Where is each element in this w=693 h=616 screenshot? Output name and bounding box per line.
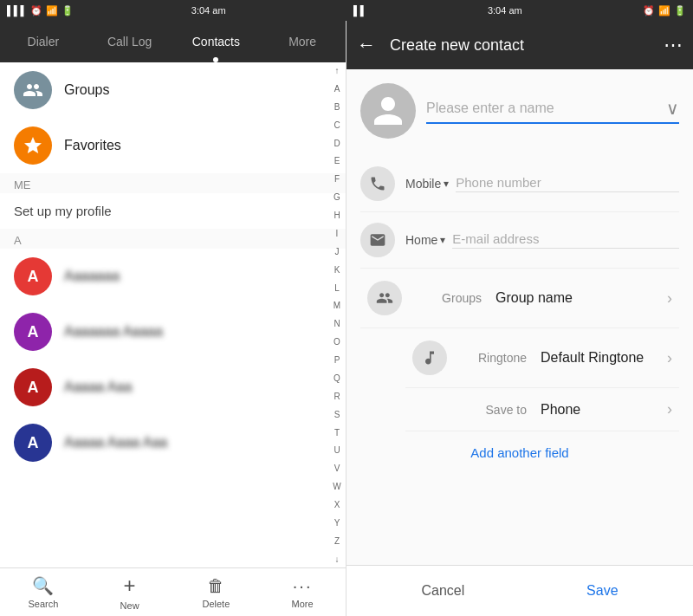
ringtone-chevron: ›: [667, 349, 672, 367]
email-field-content: Home ▾: [405, 231, 679, 249]
delete-icon: 🗑: [207, 576, 224, 596]
status-bar-right: ▌▌ 3:04 am ⏰ 📶 🔋: [346, 0, 693, 21]
bottom-delete-btn[interactable]: 🗑 Delete: [173, 568, 260, 616]
expand-name-icon[interactable]: ∨: [666, 98, 679, 119]
tab-contacts[interactable]: Contacts: [173, 21, 260, 62]
contact-name-3: Aaaaa Aaa: [64, 379, 132, 395]
groups-form-icon: [367, 281, 402, 315]
save-to-value: Phone: [541, 402, 667, 418]
add-field-button[interactable]: Add another field: [360, 431, 679, 474]
me-section-header: ME: [0, 173, 346, 193]
phone-field-content: Mobile ▾: [405, 175, 679, 192]
bottom-more-btn[interactable]: ··· More: [259, 568, 346, 616]
contact-form: ∨ Mobile ▾: [346, 69, 693, 565]
contact-name-1: Aaaaaaa: [64, 269, 120, 284]
setup-profile-item[interactable]: Set up my profile: [0, 193, 346, 229]
contact-avatar-2: A: [14, 313, 52, 351]
list-item[interactable]: A Aaaaa Aaaa Aaa: [0, 415, 346, 470]
time-left: 3:04 am: [77, 5, 340, 16]
bottom-navigation: 🔍 Search + New 🗑 Delete ··· More: [0, 567, 346, 616]
groups-value: Group name: [495, 290, 667, 306]
save-to-row[interactable]: Save to Phone ›: [405, 388, 679, 431]
status-bar-left: ▌▌▌ ⏰ 📶 🔋 3:04 am: [0, 0, 346, 21]
phone-type-chevron: ▾: [444, 178, 449, 190]
top-navigation: Dialer Call Log Contacts More: [0, 21, 346, 62]
phone-icon: [360, 166, 395, 201]
create-contact-title: Create new contact: [390, 36, 664, 55]
ringtone-label: Ringtone: [457, 351, 527, 365]
search-icon: 🔍: [32, 575, 54, 596]
phone-type-label[interactable]: Mobile ▾: [405, 177, 449, 191]
avatar-placeholder[interactable]: [360, 83, 416, 139]
ringtone-icon: [412, 340, 447, 375]
bottom-new-btn[interactable]: + New: [87, 568, 173, 616]
list-item[interactable]: A Aaaaaaa Aaaaa: [0, 304, 346, 360]
contact-name-2: Aaaaaaa Aaaaa: [64, 324, 163, 340]
signal-icon-right: ▌▌: [353, 5, 367, 16]
ringtone-value: Default Ringtone: [541, 350, 667, 366]
phone-input[interactable]: [456, 175, 679, 192]
contact-avatar-4: A: [14, 424, 52, 462]
time-right: 3:04 am: [371, 5, 639, 16]
favorites-item[interactable]: Favorites: [0, 118, 346, 173]
contact-list: Groups Favorites ME Set up my profile: [0, 62, 346, 567]
groups-chevron: ›: [667, 289, 672, 308]
bottom-search-btn[interactable]: 🔍 Search: [0, 568, 87, 616]
phone-row: Mobile ▾: [360, 156, 679, 212]
alarm-icon: ⏰: [30, 5, 42, 16]
section-a-header: A: [0, 229, 346, 249]
email-icon: [360, 223, 395, 257]
header-more-button[interactable]: ⋯: [664, 34, 683, 56]
save-button[interactable]: Save: [559, 576, 645, 606]
back-button[interactable]: ←: [357, 34, 376, 56]
groups-item[interactable]: Groups: [0, 62, 346, 118]
name-row: ∨: [360, 83, 679, 139]
tab-calllog[interactable]: Call Log: [87, 21, 173, 62]
more-icon: ···: [293, 576, 313, 596]
tab-more-left[interactable]: More: [259, 21, 346, 62]
form-actions: Cancel Save: [346, 565, 693, 616]
email-type-chevron: ▾: [440, 234, 445, 246]
create-contact-header: ← Create new contact ⋯: [346, 21, 693, 69]
alarm-icon-right: ⏰: [643, 5, 655, 16]
name-input[interactable]: [426, 101, 666, 116]
cancel-button[interactable]: Cancel: [393, 576, 492, 606]
new-icon: +: [124, 574, 136, 598]
save-to-chevron: ›: [667, 400, 672, 418]
contact-name-4: Aaaaa Aaaa Aaa: [64, 435, 167, 451]
wifi-icon-left: 📶: [46, 5, 58, 16]
groups-row[interactable]: Groups Group name ›: [360, 269, 679, 328]
battery-icon-left: 🔋: [62, 5, 74, 16]
wifi-icon-right: 📶: [658, 5, 670, 16]
email-row: Home ▾: [360, 212, 679, 269]
groups-text: Groups: [64, 82, 109, 98]
favorites-avatar: [14, 126, 52, 165]
groups-avatar: [14, 71, 52, 109]
list-item[interactable]: A Aaaaa Aaa: [0, 360, 346, 415]
save-to-label: Save to: [457, 403, 527, 417]
list-item[interactable]: A Aaaaaaa: [0, 249, 346, 304]
contact-avatar-1: A: [14, 257, 52, 295]
tab-dialer[interactable]: Dialer: [0, 21, 87, 62]
email-type-label[interactable]: Home ▾: [405, 233, 445, 247]
favorites-text: Favorites: [64, 138, 121, 153]
contact-avatar-3: A: [14, 368, 52, 406]
signal-icon-left: ▌▌▌: [7, 5, 27, 16]
ringtone-row[interactable]: Ringtone Default Ringtone ›: [405, 328, 679, 388]
groups-label: Groups: [412, 291, 482, 305]
email-input[interactable]: [452, 231, 679, 249]
battery-icon-right: 🔋: [674, 5, 686, 16]
name-input-wrap: ∨: [426, 98, 679, 124]
